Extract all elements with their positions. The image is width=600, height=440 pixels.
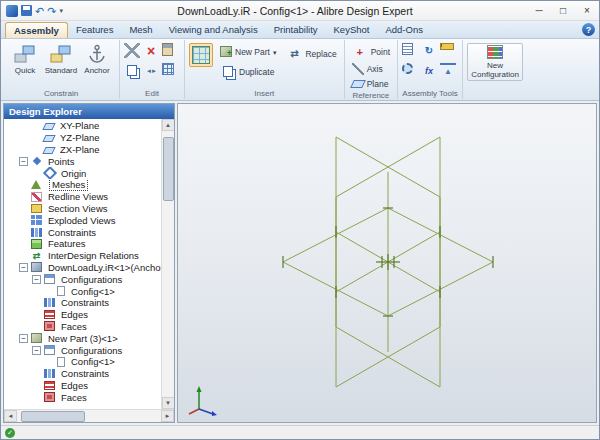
tree-item-xy-plane[interactable]: XY-Plane <box>4 120 161 132</box>
tree-horizontal-scrollbar[interactable]: ◄ ► <box>4 409 174 422</box>
anchor-button[interactable]: Anchor <box>79 41 115 77</box>
constraints-icon <box>44 298 55 307</box>
tree-expander-icon[interactable]: − <box>32 275 41 284</box>
pattern-icon[interactable] <box>162 63 174 75</box>
tree-item-zx-plane[interactable]: ZX-Plane <box>4 144 161 156</box>
faces-icon <box>44 321 55 331</box>
tree-item-faces[interactable]: Faces <box>4 391 161 403</box>
group-label-constrain: Constrain <box>7 88 115 98</box>
insert-active-tool[interactable] <box>189 43 213 67</box>
tree-item-edges[interactable]: Edges <box>4 309 161 321</box>
tree-item-constraints[interactable]: Constraints <box>4 297 161 309</box>
tree-item-constraints[interactable]: Constraints <box>4 226 161 238</box>
tree-item-label: InterDesign Relations <box>45 250 142 262</box>
point-icon <box>352 44 368 59</box>
quick-constraint-button[interactable]: Quick <box>7 41 43 77</box>
3d-viewport[interactable] <box>177 103 597 423</box>
config-icon <box>57 286 65 296</box>
help-button[interactable]: ? <box>582 23 595 36</box>
motion-icon[interactable] <box>421 43 437 58</box>
bom-icon[interactable] <box>402 43 413 55</box>
duplicate-button[interactable]: Duplicate <box>217 62 279 81</box>
scroll-down-icon[interactable]: ▼ <box>162 397 175 409</box>
minimize-button[interactable]: ─ <box>527 1 551 20</box>
config-icon <box>57 357 65 367</box>
tree-item-exploded-views[interactable]: Exploded Views <box>4 214 161 226</box>
replace-button[interactable]: Replace <box>283 44 339 63</box>
plane-button[interactable]: Plane <box>349 78 392 90</box>
tree-item-label: DownLoadLy.iR<1>(Anchored) <box>45 262 161 274</box>
point-button[interactable]: Point <box>349 43 393 60</box>
group-label-edit: Edit <box>124 88 180 98</box>
tree-item-yz-plane[interactable]: YZ-Plane <box>4 132 161 144</box>
scroll-up-icon[interactable]: ▲ <box>162 119 175 131</box>
app-icon[interactable] <box>6 5 18 17</box>
tab-printability[interactable]: Printability <box>266 22 326 38</box>
tree-item-interdesign-relations[interactable]: InterDesign Relations <box>4 250 161 262</box>
cut-icon[interactable] <box>124 43 140 58</box>
tree-item-configurations[interactable]: −Configurations <box>4 344 161 356</box>
axis-button[interactable]: Axis <box>349 62 386 76</box>
tree-item-config-1[interactable]: Config<1> <box>4 285 161 297</box>
tree-vertical-scrollbar[interactable]: ▲ ▼ <box>161 119 174 409</box>
mirror-icon[interactable] <box>143 63 159 78</box>
standard-constraint-button[interactable]: Standard <box>43 41 79 77</box>
tree-item-meshes[interactable]: Meshes <box>4 179 161 191</box>
close-button[interactable]: × <box>575 1 599 20</box>
new-part-button[interactable]: New Part <box>217 44 279 59</box>
edit-icon-grid <box>124 41 180 88</box>
exploded-icon <box>31 215 42 225</box>
tree-expander-icon[interactable]: − <box>32 346 41 355</box>
tab-assembly[interactable]: Assembly <box>5 22 68 38</box>
quick-constraint-icon <box>14 44 36 64</box>
new-part-dropdown-icon[interactable] <box>273 46 277 57</box>
group-label-assembly-tools: Assembly Tools <box>402 88 458 98</box>
maximize-button[interactable]: □ <box>551 1 575 20</box>
tree-item-configurations[interactable]: −Configurations <box>4 273 161 285</box>
plane-icon <box>42 123 55 130</box>
horizontal-scroll-thumb[interactable] <box>21 411 85 422</box>
configs-icon <box>44 345 55 355</box>
plane-icon <box>350 80 366 88</box>
undo-icon[interactable]: ↶ <box>35 5 44 17</box>
scroll-left-icon[interactable]: ◄ <box>4 410 17 422</box>
design-explorer-panel: Design Explorer XY-PlaneYZ-PlaneZX-Plane… <box>3 103 175 423</box>
tree-item-edges[interactable]: Edges <box>4 380 161 392</box>
tree-item-label: Faces <box>58 321 90 333</box>
scroll-right-icon[interactable]: ► <box>161 410 174 422</box>
tree-item-origin[interactable]: Origin <box>4 167 161 179</box>
tree-expander-icon[interactable]: − <box>19 263 28 272</box>
tab-mesh[interactable]: Mesh <box>121 22 160 38</box>
save-icon[interactable] <box>21 5 32 16</box>
scales-icon[interactable] <box>440 63 456 78</box>
delete-icon[interactable] <box>143 43 159 58</box>
measure-icon[interactable] <box>440 43 454 50</box>
meshes-icon <box>31 180 41 189</box>
tree-item-config-1[interactable]: Config<1> <box>4 356 161 368</box>
fx-icon[interactable] <box>421 63 437 78</box>
tree-item-faces[interactable]: Faces <box>4 321 161 333</box>
tree-expander-icon[interactable]: − <box>19 334 28 343</box>
tree-item-new-part-3-1[interactable]: −New Part (3)<1> <box>4 332 161 344</box>
paste-icon[interactable] <box>162 43 173 56</box>
tab-viewing-and-analysis[interactable]: Viewing and Analysis <box>161 22 266 38</box>
tree-item-constraints[interactable]: Constraints <box>4 368 161 380</box>
tab-keyshot[interactable]: KeyShot <box>326 22 378 38</box>
tree-item-points[interactable]: −Points <box>4 155 161 167</box>
ribbon-tab-bar: AssemblyFeaturesMeshViewing and Analysis… <box>1 21 599 39</box>
copy-icon[interactable] <box>124 63 140 78</box>
tree-expander-icon[interactable]: − <box>19 157 28 166</box>
tree-item-redline-views[interactable]: Redline Views <box>4 191 161 203</box>
new-configuration-button[interactable]: New Configuration <box>467 43 523 81</box>
tree-item-downloadly-ir-1-anchored[interactable]: −DownLoadLy.iR<1>(Anchored) <box>4 262 161 274</box>
tab-add-ons[interactable]: Add-Ons <box>377 22 431 38</box>
tree-item-features[interactable]: Features <box>4 238 161 250</box>
gear-icon[interactable] <box>402 63 413 74</box>
tree-item-section-views[interactable]: Section Views <box>4 203 161 215</box>
tab-features[interactable]: Features <box>68 22 122 38</box>
faces-icon <box>44 392 55 402</box>
redo-icon[interactable]: ↷ <box>47 5 56 17</box>
tree-item-label: Constraints <box>45 226 99 238</box>
new-configuration-icon <box>487 45 503 59</box>
vertical-scroll-thumb[interactable] <box>163 137 174 201</box>
